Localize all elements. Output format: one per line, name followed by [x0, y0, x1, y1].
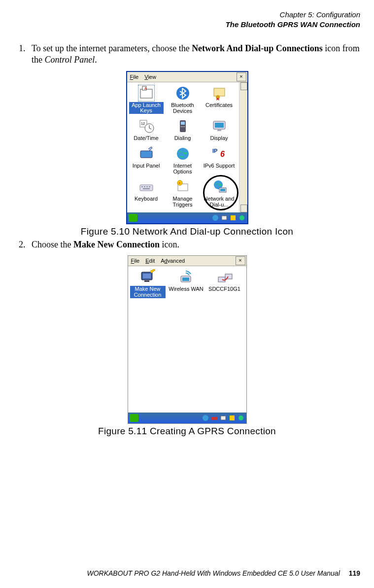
- cp-item-input-panel[interactable]: Input Panel: [129, 146, 164, 175]
- triggers-icon: +: [175, 179, 191, 195]
- svg-point-33: [212, 215, 218, 221]
- menu-advanced[interactable]: Advanced: [158, 257, 188, 265]
- icon-label: Certificates: [205, 102, 233, 108]
- control-panel-window: File View × A App Launch Keys Bluetooth …: [126, 71, 248, 224]
- cp-item-bluetooth[interactable]: Bluetooth Devices: [166, 85, 200, 115]
- tray-icon[interactable]: [238, 214, 245, 221]
- menu-edit[interactable]: Edit: [142, 257, 158, 265]
- icon-label: IPv6 Support: [204, 163, 235, 169]
- cp-item-datetime[interactable]: 12 Date/Time: [129, 118, 164, 142]
- svg-text:6: 6: [220, 150, 225, 158]
- svg-rect-17: [140, 151, 152, 158]
- cp-item-display[interactable]: Display: [202, 118, 237, 142]
- svg-point-36: [239, 215, 244, 220]
- icon-label: Keyboard: [135, 196, 158, 202]
- connections-body: Make New Connection Wireless WAN SDCCF10…: [128, 266, 246, 413]
- tray-icon[interactable]: [212, 214, 219, 221]
- svg-rect-21: [140, 185, 153, 191]
- cp-item-ipv6[interactable]: IP6 IPv6 Support: [202, 146, 237, 175]
- icon-label: Wireless WAN: [169, 286, 203, 292]
- svg-rect-23: [144, 186, 145, 187]
- page-number: 119: [349, 569, 360, 577]
- nc-item-wireless-wan[interactable]: Wireless WAN: [169, 269, 204, 292]
- icon-label: Display: [210, 135, 228, 141]
- svg-rect-4: [214, 88, 225, 96]
- icon-label: SDCCF10G1: [208, 286, 240, 292]
- svg-rect-38: [143, 274, 151, 278]
- cp-item-internet-options[interactable]: Internet Options: [166, 146, 200, 175]
- display-icon: [211, 118, 227, 134]
- cp-item-manage-triggers[interactable]: + Manage Triggers: [166, 179, 200, 208]
- cp-item-keyboard[interactable]: Keyboard: [129, 179, 164, 208]
- icon-label: Date/Time: [134, 135, 158, 141]
- svg-point-48: [238, 415, 243, 420]
- figure-5-10-caption: Figure 5.10 Network And Dial-up Connecti…: [14, 226, 360, 237]
- svg-rect-34: [222, 216, 227, 220]
- tray-icon[interactable]: [221, 214, 228, 221]
- menu-file[interactable]: File: [128, 257, 143, 265]
- phone-icon: [175, 118, 191, 134]
- page-header: Chapter 5: Configuration The Bluetooth G…: [14, 10, 360, 29]
- globe-icon: [175, 146, 191, 162]
- svg-rect-24: [146, 186, 148, 187]
- figure-5-10: File View × A App Launch Keys Bluetooth …: [14, 71, 360, 224]
- svg-text:12: 12: [141, 122, 145, 125]
- step-1: To set up the internet parameters, choos…: [28, 43, 360, 66]
- close-icon[interactable]: ×: [237, 72, 246, 81]
- menu-bar-2: File Edit Advanced ×: [128, 256, 246, 266]
- system-tray: [212, 214, 247, 221]
- tray-icon[interactable]: [229, 415, 236, 421]
- icon-label: Dialing: [174, 135, 191, 141]
- svg-rect-42: [218, 277, 225, 282]
- start-button[interactable]: [129, 214, 137, 222]
- section-label: The Bluetooth GPRS WAN Connection: [14, 20, 360, 30]
- tray-icon[interactable]: [202, 415, 209, 421]
- icon-label: Make New Connection: [130, 286, 166, 298]
- cp-item-certificates[interactable]: Certificates: [202, 85, 237, 115]
- svg-rect-39: [144, 280, 149, 282]
- svg-rect-0: [140, 89, 152, 98]
- svg-point-13: [184, 126, 185, 127]
- svg-rect-43: [225, 274, 232, 279]
- menu-file[interactable]: File: [127, 73, 142, 81]
- cp-item-app-launch-keys[interactable]: A App Launch Keys: [129, 85, 164, 115]
- bluetooth-icon: [175, 85, 191, 101]
- start-button[interactable]: [130, 414, 138, 422]
- taskbar-2: [128, 413, 246, 423]
- cp-item-network-dialup[interactable]: Network and Dial-u...: [202, 179, 237, 208]
- icon-label: Bluetooth Devices: [171, 102, 194, 114]
- input-panel-icon: [138, 146, 154, 162]
- svg-rect-41: [182, 277, 189, 281]
- steps-list-2: Choose the Make New Connection icon.: [14, 239, 360, 250]
- page-footer: WORKABOUT PRO G2 Hand-Held With Windows …: [14, 569, 360, 577]
- close-icon[interactable]: ×: [236, 256, 245, 265]
- cp-item-dialing[interactable]: Dialing: [166, 118, 200, 142]
- menu-bar: File View ×: [127, 72, 247, 82]
- svg-rect-32: [220, 189, 225, 191]
- icon-label: Manage Triggers: [173, 196, 193, 208]
- svg-text:+: +: [178, 181, 181, 185]
- tray-icon[interactable]: [230, 214, 237, 221]
- nc-item-make-new[interactable]: Make New Connection: [130, 269, 166, 298]
- network-connections-window: File Edit Advanced × Make New Connection…: [128, 255, 247, 424]
- svg-text:IP: IP: [212, 148, 217, 154]
- svg-rect-15: [215, 123, 224, 128]
- keys-icon: A: [138, 85, 154, 101]
- tray-icon[interactable]: [211, 415, 218, 421]
- svg-rect-26: [143, 188, 150, 189]
- nc-item-sdccf[interactable]: SDCCF10G1: [207, 269, 242, 292]
- control-panel-body: A App Launch Keys Bluetooth Devices Cert…: [127, 82, 247, 212]
- icon-label: Internet Options: [173, 163, 192, 174]
- icon-label: Input Panel: [133, 163, 160, 169]
- network-icon: [211, 179, 227, 195]
- tray-icon[interactable]: [238, 415, 244, 421]
- svg-point-44: [203, 415, 208, 421]
- svg-rect-45: [211, 417, 217, 420]
- keyboard-icon: [138, 179, 154, 195]
- svg-rect-16: [217, 130, 221, 131]
- tray-icon[interactable]: [220, 415, 227, 421]
- scrollbar[interactable]: [239, 82, 247, 212]
- menu-view[interactable]: View: [141, 73, 159, 81]
- svg-rect-35: [231, 215, 236, 220]
- footer-text: WORKABOUT PRO G2 Hand-Held With Windows …: [87, 569, 340, 577]
